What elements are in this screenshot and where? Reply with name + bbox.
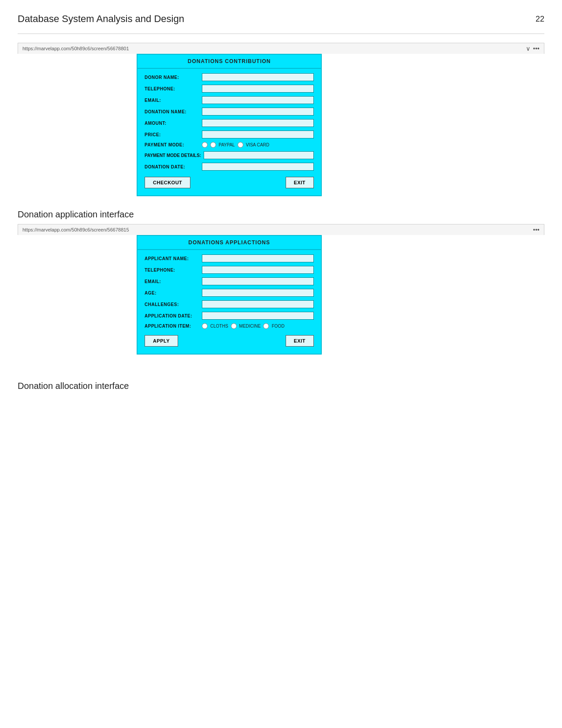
price-input[interactable]: [202, 131, 314, 138]
section1: https://marvelapp.com/50h89c6/screen/566…: [18, 43, 544, 196]
exit-button-1[interactable]: EXIT: [286, 177, 314, 188]
browser-url-1: https://marvelapp.com/50h89c6/screen/566…: [22, 46, 129, 51]
amount-row: AMOUNT:: [145, 119, 314, 127]
email-input-1[interactable]: [202, 96, 314, 104]
telephone-input-1[interactable]: [202, 85, 314, 93]
email-row-2: EMAIL:: [145, 277, 314, 285]
age-row: AGE:: [145, 289, 314, 297]
exit-button-2[interactable]: EXIT: [286, 335, 314, 347]
cloths-label: CLOTHS: [210, 324, 228, 329]
donation-name-input[interactable]: [202, 108, 314, 116]
challenges-label: CHALLENGES:: [145, 302, 202, 307]
page-number: 22: [536, 15, 544, 24]
amount-label: AMOUNT:: [145, 121, 202, 126]
application-item-label: APPLICATION ITEM:: [145, 324, 202, 329]
email-label-2: EMAIL:: [145, 279, 202, 284]
donor-name-row: DONOR NAME:: [145, 73, 314, 81]
payment-mode-radio-paypal[interactable]: [210, 142, 216, 148]
payment-mode-row: PAYMENT MODE: PAYPAL VISA CARD: [145, 142, 314, 148]
email-label-1: EMAIL:: [145, 98, 202, 103]
form-title-2: DONATIONS APPLIACTIONS: [138, 236, 321, 250]
payment-details-label: PAYMENT MODE DETAILS:: [145, 153, 202, 158]
browser-url-2: https://marvelapp.com/50h89c6/screen/566…: [22, 227, 129, 232]
application-date-row: APPLICATION DATE:: [145, 312, 314, 320]
application-date-label: APPLICATION DATE:: [145, 314, 202, 318]
donations-applications-form: DONATIONS APPLIACTIONS APPLICANT NAME: T…: [137, 235, 322, 355]
payment-mode-options: PAYPAL VISA CARD: [202, 142, 269, 148]
challenges-row: CHALLENGES:: [145, 300, 314, 308]
browser-controls-2[interactable]: •••: [533, 226, 540, 233]
age-input[interactable]: [202, 289, 314, 297]
telephone-row-2: TELEPHONE:: [145, 266, 314, 274]
challenges-input[interactable]: [202, 300, 314, 308]
donor-name-label: DONOR NAME:: [145, 75, 202, 80]
donation-name-label: DONATION NAME:: [145, 109, 202, 114]
form-title-1: DONATIONS CONTRIBUTION: [138, 55, 321, 69]
visa-label: VISA CARD: [246, 142, 269, 147]
payment-mode-radio-visa[interactable]: [238, 142, 243, 148]
medicine-label: MEDICINE: [239, 324, 261, 329]
apply-button[interactable]: APPLY: [145, 335, 178, 347]
food-label: FOOD: [272, 324, 284, 329]
more-options-icon: •••: [533, 45, 540, 52]
page-header: Database System Analysis and Design 22: [18, 9, 544, 34]
form-body-2: APPLICANT NAME: TELEPHONE: EMAIL: AGE: C…: [138, 250, 321, 354]
donation-name-row: DONATION NAME:: [145, 108, 314, 116]
browser-controls-1[interactable]: ∨ •••: [526, 45, 540, 52]
application-date-input[interactable]: [202, 312, 314, 320]
application-item-options: CLOTHS MEDICINE FOOD: [202, 323, 284, 329]
telephone-label-2: TELEPHONE:: [145, 268, 202, 273]
price-label: PRICE:: [145, 132, 202, 137]
applicant-name-input[interactable]: [202, 254, 314, 262]
telephone-row-1: TELEPHONE:: [145, 85, 314, 93]
payment-mode-radio-none[interactable]: [202, 142, 208, 148]
donation-date-input[interactable]: [202, 163, 314, 171]
donation-date-label: DONATION DATE:: [145, 164, 202, 169]
browser-bar-2: https://marvelapp.com/50h89c6/screen/566…: [18, 224, 544, 235]
applicant-name-label: APPLICANT NAME:: [145, 256, 202, 261]
email-input-2[interactable]: [202, 277, 314, 285]
donor-name-input[interactable]: [202, 73, 314, 81]
chevron-down-icon: ∨: [526, 45, 530, 52]
telephone-input-2[interactable]: [202, 266, 314, 274]
paypal-label: PAYPAL: [219, 142, 235, 147]
applicant-name-row: APPLICANT NAME:: [145, 254, 314, 262]
app-item-radio-food[interactable]: [263, 323, 269, 329]
section2: https://marvelapp.com/50h89c6/screen/566…: [18, 224, 544, 355]
price-row: PRICE:: [145, 131, 314, 138]
telephone-label-1: TELEPHONE:: [145, 86, 202, 91]
donations-contribution-form: DONATIONS CONTRIBUTION DONOR NAME: TELEP…: [137, 54, 322, 196]
page-title: Database System Analysis and Design: [18, 13, 184, 25]
app-item-radio-cloths[interactable]: [202, 323, 208, 329]
amount-input[interactable]: [202, 119, 314, 127]
age-label: AGE:: [145, 291, 202, 295]
donation-date-row: DONATION DATE:: [145, 163, 314, 171]
form-body-1: DONOR NAME: TELEPHONE: EMAIL: DONATION N…: [138, 69, 321, 195]
payment-details-input[interactable]: [204, 151, 314, 159]
email-row-1: EMAIL:: [145, 96, 314, 104]
more-options-icon-2: •••: [533, 226, 540, 233]
browser-bar-1: https://marvelapp.com/50h89c6/screen/566…: [18, 43, 544, 54]
payment-details-row: PAYMENT MODE DETAILS:: [145, 151, 314, 159]
caption-2: Donation allocation interface: [18, 381, 544, 391]
payment-mode-label: PAYMENT MODE:: [145, 142, 202, 147]
application-item-row: APPLICATION ITEM: CLOTHS MEDICINE FOOD: [145, 323, 314, 329]
form-buttons-1: CHECKOUT EXIT: [145, 177, 314, 188]
form-buttons-2: APPLY EXIT: [145, 335, 314, 347]
caption-1: Donation application interface: [18, 209, 544, 220]
checkout-button[interactable]: CHECKOUT: [145, 177, 190, 188]
app-item-radio-medicine[interactable]: [231, 323, 237, 329]
